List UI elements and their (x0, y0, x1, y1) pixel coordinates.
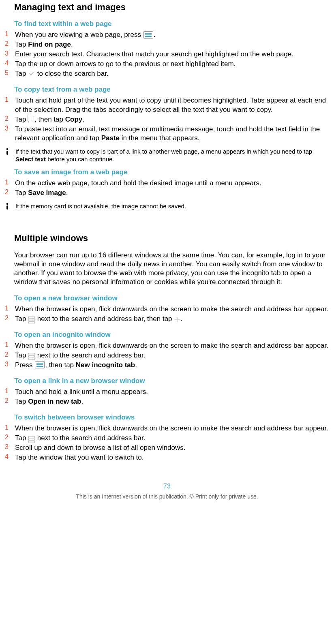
step-text: Scroll up and down to browse a list of a… (15, 443, 330, 452)
list-item: 1 When the browser is open, flick downwa… (4, 341, 330, 350)
windows-icon (28, 353, 35, 359)
step-text: Enter your search text. Characters that … (15, 50, 330, 59)
step-number: 4 (4, 60, 15, 67)
list-item: 5 Tap to close the search bar. (4, 69, 330, 78)
subheading-find-text: To find text within a web page (14, 20, 330, 28)
step-text: Tap next to the search and address bar, … (15, 315, 330, 323)
list-item: 1 When the browser is open, flick downwa… (4, 424, 330, 433)
note-row: If the memory card is not available, the… (4, 202, 330, 212)
list-item: 4 Tap the window that you want to switch… (4, 453, 330, 462)
document-page: Managing text and images To find text wi… (0, 2, 334, 520)
intro-paragraph: Your browser can run up to 16 different … (14, 251, 330, 287)
list-item: 3 Press , then tap New incognito tab. (4, 361, 330, 370)
step-text: When the browser is open, flick downward… (15, 305, 330, 314)
list-item: 1 When the browser is open, flick downwa… (4, 305, 330, 314)
step-number: 2 (4, 115, 15, 122)
step-text: Tap , then tap Copy. (15, 115, 330, 124)
copy-icon (28, 116, 34, 123)
step-number: 2 (4, 351, 15, 358)
step-number: 3 (4, 125, 15, 132)
step-text: On the active web page, touch and hold t… (15, 179, 330, 188)
step-text: Touch and hold part of the text you want… (15, 96, 330, 114)
step-number: 2 (4, 188, 15, 196)
list-item: 1 When you are viewing a web page, press… (4, 30, 330, 39)
step-text: Tap Save image. (15, 188, 330, 197)
step-number: 3 (4, 361, 15, 368)
step-number: 2 (4, 397, 15, 404)
svg-point-2 (6, 203, 9, 205)
menu-icon (143, 31, 153, 39)
step-number: 1 (4, 30, 15, 38)
svg-rect-1 (6, 151, 8, 155)
list-item: 2 Tap Save image. (4, 188, 330, 197)
list-item: 2 Tap next to the search and address bar… (4, 351, 330, 360)
step-number: 1 (4, 179, 15, 186)
info-icon (4, 202, 15, 212)
subheading-switch-windows: To switch between browser windows (14, 413, 330, 421)
step-number: 3 (4, 50, 15, 57)
windows-icon (28, 436, 35, 442)
plus-icon (174, 317, 180, 323)
step-text: Tap next to the search and address bar. (15, 434, 330, 443)
subheading-link-new-window: To open a link in a new browser window (14, 377, 330, 385)
list-item: 3 To paste text into an email, text mess… (4, 125, 330, 143)
menu-icon (35, 361, 45, 368)
step-number: 1 (4, 387, 15, 395)
step-text: To paste text into an email, text messag… (15, 125, 330, 143)
step-number: 2 (4, 315, 15, 322)
check-icon (28, 72, 35, 77)
step-text: Tap Find on page. (15, 40, 330, 49)
step-text: Tap next to the search and address bar. (15, 351, 330, 360)
list-item: 2 Tap Find on page. (4, 40, 330, 49)
note-text: If the memory card is not available, the… (15, 202, 330, 210)
windows-icon (28, 317, 35, 322)
subheading-copy-text: To copy text from a web page (14, 86, 330, 94)
list-item: 1 Touch and hold part of the text you wa… (4, 96, 330, 114)
step-text: When the browser is open, flick downward… (15, 424, 330, 433)
step-text: Press , then tap New incognito tab. (15, 361, 330, 370)
list-item: 2 Tap , then tap Copy. (4, 115, 330, 124)
svg-rect-3 (6, 205, 8, 210)
page-number: 73 (4, 483, 330, 490)
heading-multiple-windows: Multiple windows (14, 233, 330, 244)
step-text: Tap Open in new tab. (15, 397, 330, 406)
subheading-save-image: To save an image from a web page (14, 168, 330, 176)
info-icon (4, 148, 15, 157)
svg-point-0 (6, 148, 9, 150)
list-item: 3 Scroll up and down to browse a list of… (4, 443, 330, 452)
step-number: 5 (4, 69, 15, 77)
list-item: 2 Tap next to the search and address bar… (4, 434, 330, 443)
step-text: When the browser is open, flick downward… (15, 341, 330, 350)
step-text: Tap the window that you want to switch t… (15, 453, 330, 462)
step-text: When you are viewing a web page, press . (15, 30, 330, 39)
subheading-new-window: To open a new browser window (14, 294, 330, 302)
list-item: 2 Tap next to the search and address bar… (4, 315, 330, 323)
note-text: If the text that you want to copy is par… (15, 148, 330, 163)
note-row: If the text that you want to copy is par… (4, 148, 330, 163)
list-item: 3 Enter your search text. Characters tha… (4, 50, 330, 59)
step-text: Tap to close the search bar. (15, 69, 330, 78)
step-number: 2 (4, 40, 15, 47)
step-number: 1 (4, 424, 15, 431)
step-number: 1 (4, 96, 15, 103)
step-number: 3 (4, 443, 15, 451)
list-item: 1 On the active web page, touch and hold… (4, 179, 330, 188)
step-number: 1 (4, 305, 15, 312)
list-item: 1 Touch and hold a link until a menu app… (4, 387, 330, 396)
step-text: Tap the up or down arrows to go to the p… (15, 60, 330, 68)
step-number: 1 (4, 341, 15, 349)
list-item: 4 Tap the up or down arrows to go to the… (4, 60, 330, 68)
step-number: 4 (4, 453, 15, 460)
list-item: 2 Tap Open in new tab. (4, 397, 330, 406)
step-text: Touch and hold a link until a menu appea… (15, 387, 330, 396)
heading-managing: Managing text and images (14, 2, 330, 13)
step-number: 2 (4, 434, 15, 441)
subheading-incognito: To open an incognito window (14, 331, 330, 339)
footer-copyright: This is an Internet version of this publ… (4, 493, 330, 500)
